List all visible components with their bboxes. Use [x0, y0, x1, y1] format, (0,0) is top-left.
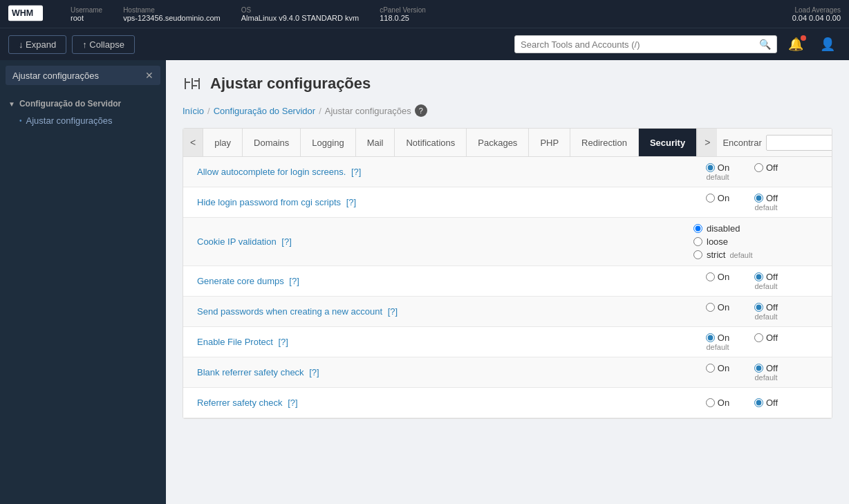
tabs-prev-button[interactable]: <: [183, 129, 203, 156]
hidepassword-off-label: Off: [766, 193, 778, 203]
fileprotect-link[interactable]: Enable File Protect: [197, 337, 273, 347]
referrer-off-radio[interactable]: [754, 398, 763, 407]
blankreferrer-help[interactable]: [?]: [309, 367, 319, 377]
hidepassword-on-radio[interactable]: [706, 194, 715, 203]
cookieip-strict-radio[interactable]: [693, 250, 702, 259]
blankreferrer-link[interactable]: Blank referrer safety check: [197, 367, 304, 377]
autocomplete-on-label: On: [718, 162, 729, 173]
coredumps-help[interactable]: [?]: [289, 276, 299, 286]
tab-security[interactable]: Security: [639, 129, 697, 156]
tab-logging[interactable]: Logging: [301, 129, 355, 156]
referrer-radio-group: On Off: [693, 398, 818, 408]
search-input[interactable]: [521, 39, 759, 50]
tab-php[interactable]: PHP: [529, 129, 570, 156]
expand-button[interactable]: ↓ Expand: [8, 35, 66, 54]
svg-rect-6: [198, 78, 200, 89]
coredumps-link[interactable]: Generate core dumps: [197, 276, 284, 286]
tab-domains[interactable]: Domains: [243, 129, 301, 156]
sendpasswords-off-col: Off default: [742, 302, 790, 321]
tab-mail[interactable]: Mail: [356, 129, 395, 156]
settings-row-blankreferrer: Blank referrer safety check [?] On: [183, 357, 832, 388]
autocomplete-help[interactable]: [?]: [351, 167, 361, 177]
autocomplete-on-radio[interactable]: [706, 163, 715, 172]
sendpasswords-off-label: Off: [766, 302, 778, 312]
tab-packages[interactable]: Packages: [467, 129, 529, 156]
settings-icon: [183, 74, 202, 93]
fileprotect-off-radio[interactable]: [754, 333, 763, 342]
sendpasswords-on-radio[interactable]: [706, 303, 715, 312]
cookieip-disabled-label: disabled: [707, 223, 740, 234]
tab-redirection[interactable]: Redirection: [570, 129, 639, 156]
hidepassword-link[interactable]: Hide login password from cgi scripts: [197, 197, 341, 207]
sidebar-item-ajustar[interactable]: • Ajustar configurações: [8, 111, 158, 130]
breadcrumb-home[interactable]: Início: [183, 106, 204, 116]
referrer-off-col: Off: [742, 398, 790, 408]
breadcrumb-section[interactable]: Configuração do Servidor: [214, 106, 315, 116]
sidebar-section-label: Configuração do Servidor: [19, 99, 121, 109]
tab-play[interactable]: play: [203, 129, 243, 156]
blankreferrer-controls: On Off default: [680, 357, 832, 387]
help-icon[interactable]: ?: [415, 104, 427, 117]
autocomplete-off-radio[interactable]: [754, 163, 763, 172]
cookieip-loose-row: loose: [693, 236, 818, 247]
sendpasswords-help[interactable]: [?]: [388, 306, 398, 317]
settings-row-referrer: Referrer safety check [?] On: [183, 388, 832, 418]
referrer-controls: On Off: [680, 392, 832, 413]
collapse-button[interactable]: ↑ Collapse: [72, 35, 135, 54]
hidepassword-help[interactable]: [?]: [346, 197, 356, 207]
referrer-link[interactable]: Referrer safety check: [197, 398, 283, 408]
cookieip-link[interactable]: Cookie IP validation: [197, 236, 277, 247]
fileprotect-on-label: On: [718, 333, 729, 343]
notifications-button[interactable]: 🔔: [783, 34, 809, 55]
referrer-on-col: On: [693, 398, 742, 408]
sendpasswords-off-radio[interactable]: [754, 303, 763, 312]
svg-rect-7: [194, 80, 198, 82]
sendpasswords-on-option: On: [706, 302, 729, 312]
hidepassword-off-col: Off default: [742, 193, 790, 212]
referrer-on-radio[interactable]: [706, 398, 715, 407]
breadcrumb-current: Ajustar configurações: [325, 106, 411, 116]
coredumps-off-label: Off: [766, 272, 778, 282]
autocomplete-controls: On default Off: [680, 157, 832, 187]
autocomplete-off-col: Off: [742, 162, 790, 181]
svg-rect-3: [185, 82, 190, 83]
user-button[interactable]: 👤: [814, 34, 841, 55]
fileprotect-help[interactable]: [?]: [278, 337, 288, 347]
blankreferrer-off-radio[interactable]: [754, 364, 763, 373]
hidepassword-off-radio[interactable]: [754, 194, 763, 203]
autocomplete-on-default: default: [706, 173, 729, 181]
coredumps-on-radio[interactable]: [706, 272, 715, 281]
cookieip-help[interactable]: [?]: [281, 236, 291, 247]
load-avg-info: Load Averages 0.04 0.04 0.00: [792, 6, 841, 22]
expand-label: ↓ Expand: [19, 39, 56, 50]
sendpasswords-link[interactable]: Send passwords when creating a new accou…: [197, 306, 382, 317]
referrer-help[interactable]: [?]: [288, 398, 297, 408]
autocomplete-link[interactable]: Allow autocomplete for login screens.: [197, 167, 346, 177]
blankreferrer-on-option: On: [706, 363, 729, 373]
cookieip-radio-group: disabled loose strict default: [693, 223, 818, 260]
fileprotect-on-col: On default: [693, 333, 742, 351]
tabs-container: < play Domains Logging Mail Notification…: [183, 128, 832, 419]
close-icon[interactable]: ✕: [145, 70, 153, 81]
fileprotect-controls: On default Off: [680, 327, 832, 357]
cookieip-disabled-radio[interactable]: [693, 224, 702, 233]
hidepassword-on-option: On: [706, 193, 729, 203]
fileprotect-on-radio[interactable]: [706, 333, 715, 342]
tabs-next-button[interactable]: >: [697, 129, 717, 156]
sidebar-tag-label: Ajustar configurações: [12, 71, 99, 81]
tab-notifications[interactable]: Notifications: [395, 129, 467, 156]
tabs-search-input[interactable]: [766, 135, 832, 151]
cookieip-strict-row: strict default: [693, 250, 818, 260]
page-header: Ajustar configurações: [183, 74, 832, 93]
sidebar-section: ▼ Configuração do Servidor • Ajustar con…: [0, 91, 166, 133]
load-label: Load Averages: [792, 6, 841, 14]
username-info: Username root: [71, 6, 102, 22]
username-label: Username: [71, 6, 102, 14]
sidebar-section-title[interactable]: ▼ Configuração do Servidor: [8, 96, 158, 111]
sendpasswords-on-label: On: [718, 302, 729, 312]
blankreferrer-on-radio[interactable]: [706, 364, 715, 373]
coredumps-off-radio[interactable]: [754, 272, 763, 281]
coredumps-controls: On Off default: [680, 266, 832, 296]
cookieip-loose-radio[interactable]: [693, 237, 702, 246]
settings-label-referrer: Referrer safety check [?]: [183, 388, 680, 418]
